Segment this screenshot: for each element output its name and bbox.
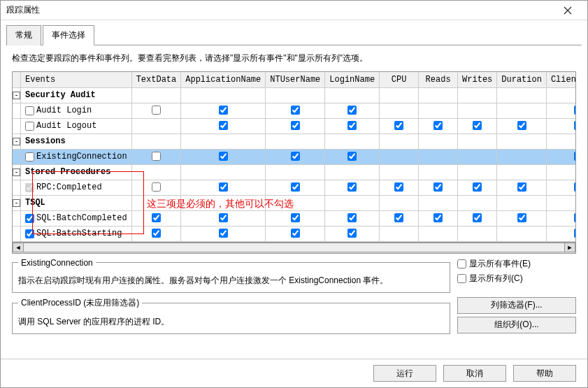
cell: [181, 195, 266, 210]
cell-checkbox[interactable]: [291, 229, 300, 238]
event-row[interactable]: SQL:BatchCompleted: [13, 210, 575, 226]
event-filter-checkbox[interactable]: [25, 106, 34, 115]
cell-checkbox[interactable]: [473, 182, 482, 192]
run-button[interactable]: 运行: [373, 365, 436, 382]
cell: [266, 195, 325, 210]
cell-checkbox[interactable]: [517, 182, 526, 192]
cell-checkbox[interactable]: [473, 121, 482, 130]
cell-checkbox[interactable]: [433, 213, 443, 222]
cell-checkbox[interactable]: [219, 121, 228, 130]
col-header-ntusername[interactable]: NTUserName: [266, 72, 325, 87]
cell-checkbox[interactable]: [219, 213, 228, 222]
cell-checkbox[interactable]: [152, 213, 161, 222]
cell-checkbox[interactable]: [152, 152, 161, 161]
cell-checkbox[interactable]: [347, 121, 357, 130]
event-row[interactable]: ExistingConnection: [13, 149, 575, 164]
group-row[interactable]: -Sessions: [13, 134, 575, 149]
cell-checkbox[interactable]: [219, 152, 228, 161]
close-button[interactable]: [554, 3, 582, 17]
event-row[interactable]: RPC:Completed: [13, 180, 575, 195]
col-header-applicationname[interactable]: ApplicationName: [181, 72, 266, 87]
cell-checkbox[interactable]: [291, 213, 300, 222]
cell-checkbox[interactable]: [473, 213, 482, 222]
event-filter-checkbox[interactable]: [25, 152, 34, 161]
event-row[interactable]: Audit Login: [13, 103, 575, 118]
cancel-button[interactable]: 取消: [443, 365, 506, 382]
cell-checkbox[interactable]: [394, 213, 403, 222]
cell-checkbox[interactable]: [219, 229, 228, 238]
cell: [419, 149, 458, 164]
col-header-cpu[interactable]: CPU: [380, 72, 419, 87]
cell-checkbox[interactable]: [433, 182, 443, 192]
cell: [419, 118, 458, 134]
col-header-loginname[interactable]: LoginName: [325, 72, 380, 87]
grid-scroll[interactable]: EventsTextDataApplicationNameNTUserNameL…: [13, 72, 575, 242]
horizontal-scrollbar[interactable]: ◄ ►: [13, 242, 575, 253]
cell-checkbox[interactable]: [394, 182, 403, 192]
cell: [546, 180, 575, 195]
cell-checkbox[interactable]: [517, 213, 526, 222]
cell-checkbox[interactable]: [152, 182, 161, 192]
scroll-right-arrow[interactable]: ►: [564, 243, 575, 252]
show-all-events-option[interactable]: 显示所有事件(E): [457, 258, 576, 270]
column-filter-button[interactable]: 列筛选器(F)...: [457, 297, 576, 314]
cell-checkbox[interactable]: [291, 182, 300, 192]
tab-0[interactable]: 常规: [6, 25, 41, 45]
cell-checkbox[interactable]: [517, 121, 526, 130]
cell-checkbox[interactable]: [574, 152, 575, 161]
cell-checkbox[interactable]: [347, 152, 357, 161]
show-all-cols-checkbox[interactable]: [457, 274, 466, 283]
group-row[interactable]: -Security Audit: [13, 87, 575, 103]
cell: [266, 164, 325, 180]
col-header-writes[interactable]: Writes: [458, 72, 497, 87]
close-icon: [564, 6, 572, 15]
cell-checkbox[interactable]: [433, 121, 443, 130]
cell-checkbox[interactable]: [574, 229, 575, 238]
cell-checkbox[interactable]: [574, 213, 575, 222]
cell-checkbox[interactable]: [347, 213, 357, 222]
event-filter-checkbox[interactable]: [25, 214, 34, 223]
help-button[interactable]: 帮助: [513, 365, 576, 382]
cell-checkbox[interactable]: [219, 106, 228, 115]
cell: [497, 134, 547, 149]
cell-checkbox[interactable]: [574, 182, 575, 192]
expander-icon[interactable]: -: [13, 168, 20, 176]
cell-checkbox[interactable]: [394, 121, 403, 130]
cell-checkbox[interactable]: [152, 106, 161, 115]
cell-checkbox[interactable]: [291, 121, 300, 130]
expander-icon[interactable]: -: [13, 199, 20, 207]
organize-columns-button[interactable]: 组织列(O)...: [457, 317, 576, 333]
cell-checkbox[interactable]: [291, 152, 300, 161]
cell-checkbox[interactable]: [152, 229, 161, 238]
col-header-events[interactable]: Events: [21, 72, 132, 87]
event-filter-checkbox[interactable]: [25, 183, 34, 192]
col-header-reads[interactable]: Reads: [419, 72, 458, 87]
expander-icon[interactable]: -: [13, 138, 20, 145]
event-row[interactable]: Audit Logout: [13, 118, 575, 134]
cell-checkbox[interactable]: [347, 229, 357, 238]
col-header-textdata[interactable]: TextData: [131, 72, 181, 87]
cell-checkbox[interactable]: [347, 106, 357, 115]
col-header-duration[interactable]: Duration: [497, 72, 547, 87]
event-filter-checkbox[interactable]: [25, 122, 34, 131]
event-row[interactable]: SQL:BatchStarting: [13, 226, 575, 241]
show-all-events-checkbox[interactable]: [457, 259, 466, 268]
cell-checkbox[interactable]: [574, 121, 575, 130]
column-description-title: ClientProcessID (未应用筛选器): [18, 297, 142, 309]
cell-checkbox[interactable]: [219, 182, 228, 192]
show-all-cols-option[interactable]: 显示所有列(C): [457, 273, 576, 285]
cell-checkbox[interactable]: [291, 106, 300, 115]
cell: [131, 118, 181, 134]
tab-1[interactable]: 事件选择: [43, 25, 94, 45]
cell: [458, 118, 497, 134]
scroll-left-arrow[interactable]: ◄: [13, 243, 24, 252]
col-header-clientproce[interactable]: ClientProce: [546, 72, 575, 87]
event-filter-checkbox[interactable]: [25, 229, 34, 238]
cell-checkbox[interactable]: [347, 182, 357, 192]
scroll-track[interactable]: [24, 243, 564, 252]
expander-icon[interactable]: -: [13, 92, 20, 99]
group-row[interactable]: -TSQL: [13, 195, 575, 210]
group-row[interactable]: -Stored Procedures: [13, 164, 575, 180]
cell-checkbox[interactable]: [574, 106, 575, 115]
cell: [419, 195, 458, 210]
